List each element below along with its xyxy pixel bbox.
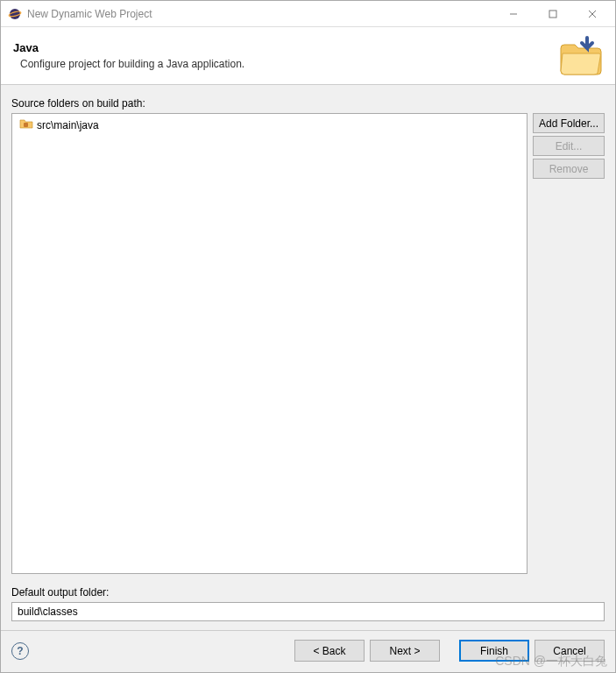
package-folder-icon bbox=[19, 118, 33, 131]
cancel-button[interactable]: Cancel bbox=[535, 640, 605, 662]
titlebar: New Dynamic Web Project bbox=[1, 1, 615, 27]
close-button[interactable] bbox=[572, 2, 612, 26]
banner-title: Java bbox=[13, 41, 559, 54]
java-folder-icon bbox=[559, 36, 603, 76]
default-output-input[interactable] bbox=[11, 602, 605, 621]
add-folder-button[interactable]: Add Folder... bbox=[533, 113, 605, 133]
svg-rect-3 bbox=[549, 11, 556, 18]
maximize-button[interactable] bbox=[533, 2, 572, 26]
remove-button: Remove bbox=[533, 159, 605, 179]
source-folders-tree[interactable]: src\main\java bbox=[11, 113, 527, 574]
minimize-button[interactable] bbox=[493, 2, 533, 26]
tree-item-label: src\main\java bbox=[37, 119, 99, 131]
tree-item[interactable]: src\main\java bbox=[16, 117, 523, 132]
footer: ? < Back Next > Finish Cancel bbox=[1, 630, 615, 672]
default-output-label: Default output folder: bbox=[11, 586, 605, 599]
svg-point-0 bbox=[10, 9, 20, 19]
window-title: New Dynamic Web Project bbox=[27, 8, 493, 20]
next-button[interactable]: Next > bbox=[370, 640, 440, 662]
source-folders-label: Source folders on build path: bbox=[11, 97, 605, 110]
content-area: Source folders on build path: src\main\j… bbox=[1, 85, 615, 630]
svg-rect-6 bbox=[24, 123, 28, 127]
eclipse-icon bbox=[8, 7, 22, 21]
banner-description: Configure project for building a Java ap… bbox=[13, 58, 559, 70]
help-icon[interactable]: ? bbox=[11, 642, 29, 660]
finish-button[interactable]: Finish bbox=[459, 640, 529, 662]
edit-button: Edit... bbox=[533, 136, 605, 156]
back-button[interactable]: < Back bbox=[294, 640, 365, 662]
wizard-banner: Java Configure project for building a Ja… bbox=[1, 27, 615, 85]
